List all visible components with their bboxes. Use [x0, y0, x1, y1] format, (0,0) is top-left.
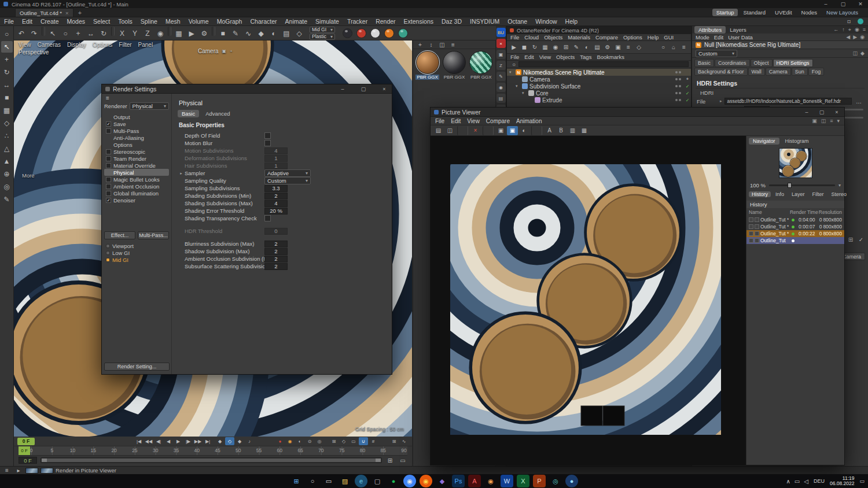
menu-item[interactable]: Mesh	[161, 18, 185, 25]
deformer-icon[interactable]: ◐	[267, 28, 280, 39]
new-layouts-button[interactable]: New Layouts	[822, 9, 862, 16]
separator[interactable]	[212, 27, 215, 36]
viewport-material-mode-dropdown[interactable]: Plastic	[310, 34, 335, 40]
attributes-panel-tab[interactable]: Layers	[726, 26, 751, 34]
snap-icon[interactable]: ◎	[1, 181, 13, 193]
octane-logo-icon[interactable]: BU	[496, 28, 506, 37]
move-tool-icon[interactable]: +	[72, 28, 84, 39]
Nikomedias Scene Rig Ultimate[interactable]: ▾ N Nikomedias Scene Rig Ultimate	[507, 69, 691, 76]
object-search-input[interactable]	[518, 61, 689, 67]
rotate-tool-icon[interactable]: ↻	[1, 66, 13, 78]
viewport-render-mode-dropdown[interactable]: Mid GI	[310, 27, 335, 33]
home-icon[interactable]: ⌂	[668, 42, 679, 53]
model-mode-icon[interactable]: ■	[1, 92, 13, 103]
octane-menu-item[interactable]: Cloud	[524, 34, 539, 40]
axis-x-button[interactable]: X	[116, 28, 128, 39]
split-compare-icon[interactable]: ▥	[567, 126, 578, 135]
effect-button[interactable]: Effect...	[104, 231, 135, 239]
taskbar-search-button[interactable]: ○	[306, 475, 319, 487]
attributes-header-icon[interactable]: ⌖	[848, 27, 851, 33]
render-settings-category[interactable]: Global Illumination	[104, 190, 169, 197]
search-icon[interactable]: ○	[658, 42, 668, 53]
setting-dropdown[interactable]: Adaptive	[264, 169, 311, 177]
render-settings-category[interactable]: Anti-Aliasing	[104, 134, 169, 141]
render-setting-button[interactable]: Render Setting...	[104, 363, 170, 371]
octane-tool-icon[interactable]: ▶	[509, 42, 519, 53]
current-frame-field[interactable]: 0 F	[17, 438, 35, 445]
material-preview-icon[interactable]	[398, 28, 408, 38]
attributes-menu-item[interactable]: User Data	[728, 34, 753, 40]
new-tab-button[interactable]: +	[73, 9, 86, 16]
attribute-tab[interactable]: HDRI Settings	[773, 59, 813, 67]
tab-basic[interactable]: Basic	[178, 110, 199, 117]
record-position-icon[interactable]: ◐	[295, 437, 304, 445]
compare-a-icon[interactable]: A	[544, 126, 555, 135]
octane-menu-item[interactable]: Help	[648, 34, 659, 40]
maximize-button[interactable]: ▢	[839, 1, 847, 7]
taskbar-word-icon[interactable]: W	[501, 475, 513, 487]
attributes-header-icon[interactable]: ≡	[863, 27, 866, 33]
browse-button[interactable]: …	[854, 97, 863, 105]
menu-item[interactable]: Tools	[114, 18, 137, 25]
setting-value-field[interactable]: 4	[264, 200, 288, 207]
workplane-icon[interactable]: ◇	[293, 28, 306, 39]
category-checkbox[interactable]	[106, 198, 111, 203]
material-preview-icon[interactable]	[343, 28, 352, 38]
setting-checkbox[interactable]	[264, 215, 271, 221]
render-settings-category[interactable]: Physical	[104, 169, 169, 176]
taskbar-clock[interactable]: 11:19 06.08.2022	[830, 476, 855, 486]
render-setting-child[interactable]: Viewport	[104, 243, 169, 249]
fcurve-window-icon[interactable]: ∿	[399, 437, 409, 445]
separator[interactable]	[111, 27, 115, 36]
tab-histogram[interactable]: Histogram	[781, 138, 813, 145]
camera-hud[interactable]: Camera ▣ +	[198, 48, 233, 54]
material-item[interactable]: PBR GGX	[415, 51, 440, 80]
setting-value-field[interactable]: 2	[264, 193, 288, 199]
record-button[interactable]: ●	[275, 437, 285, 445]
open-icon[interactable]: ▤	[433, 126, 444, 135]
Camera[interactable]: ▾ Camera	[507, 76, 691, 83]
Subdivision Surface[interactable]: ▾ Subdivision Surface	[507, 83, 691, 90]
attribute-tab[interactable]: Coordinates	[715, 59, 750, 67]
render-settings-category[interactable]: Ambient Occlusion	[104, 183, 169, 190]
autokey-icon[interactable]: ◇	[225, 437, 234, 445]
attribute-strip-icon[interactable]: ✓	[856, 235, 866, 243]
taskbar-chrome-icon[interactable]: ◉	[403, 475, 416, 487]
taskbar-taskview-button[interactable]: ▭	[322, 475, 335, 487]
object-tag-icon[interactable]	[684, 91, 691, 96]
taskbar-app-icon[interactable]: ◆	[436, 475, 448, 487]
list-icon[interactable]: ≡	[679, 42, 689, 53]
snap-grid-icon[interactable]: ⊞	[329, 437, 339, 445]
taskbar-powerpoint-icon[interactable]: P	[533, 475, 546, 487]
taskbar-explorer-icon[interactable]: ▨	[339, 475, 351, 487]
taskbar-app-icon[interactable]: A	[468, 475, 481, 487]
setting-value-field[interactable]: 20 %	[264, 208, 288, 215]
edges-mode-icon[interactable]: △	[1, 143, 13, 154]
setting-value-field[interactable]: 1	[264, 162, 288, 169]
record-scale-icon[interactable]: ◎	[315, 437, 324, 445]
render-setting-child[interactable]: Low GI	[104, 250, 169, 256]
range-start-field[interactable]: 0 F	[19, 457, 37, 464]
timeline-window-icon[interactable]: ⊞	[389, 437, 399, 445]
info-tab[interactable]: Filter	[810, 191, 827, 197]
polygons-mode-icon[interactable]: ▲	[1, 156, 13, 167]
close-icon[interactable]: ×	[496, 39, 506, 48]
goto-end-button[interactable]: ▶|	[203, 437, 212, 445]
menu-item[interactable]: Animate	[281, 18, 312, 25]
redo-icon[interactable]: ↷	[28, 28, 41, 39]
taskbar-excel-icon[interactable]: X	[517, 475, 529, 487]
object-manager-menu-item[interactable]: Bookmarks	[597, 54, 624, 60]
setting-checkbox[interactable]	[264, 132, 271, 139]
snap-point-icon[interactable]: ◇	[339, 437, 348, 445]
octane-menu-item[interactable]: Compare	[595, 34, 618, 40]
attributes-menu-item[interactable]: Edit	[714, 34, 723, 40]
taskbar-spotify-icon[interactable]: ●	[387, 475, 400, 487]
octane-menu-item[interactable]: Materials	[568, 34, 590, 40]
panel-arrow-icon[interactable]: ▾	[837, 118, 840, 124]
attributes-menu-item[interactable]: Mode	[696, 34, 709, 40]
compare-icon[interactable]: ◫	[853, 50, 858, 56]
rotate-tool-icon[interactable]: ↻	[97, 28, 110, 39]
layout-tab[interactable]: Standard	[739, 9, 770, 16]
navigator-thumbnail[interactable]	[779, 148, 812, 178]
record-keyframe-icon[interactable]: ◆	[215, 437, 225, 445]
